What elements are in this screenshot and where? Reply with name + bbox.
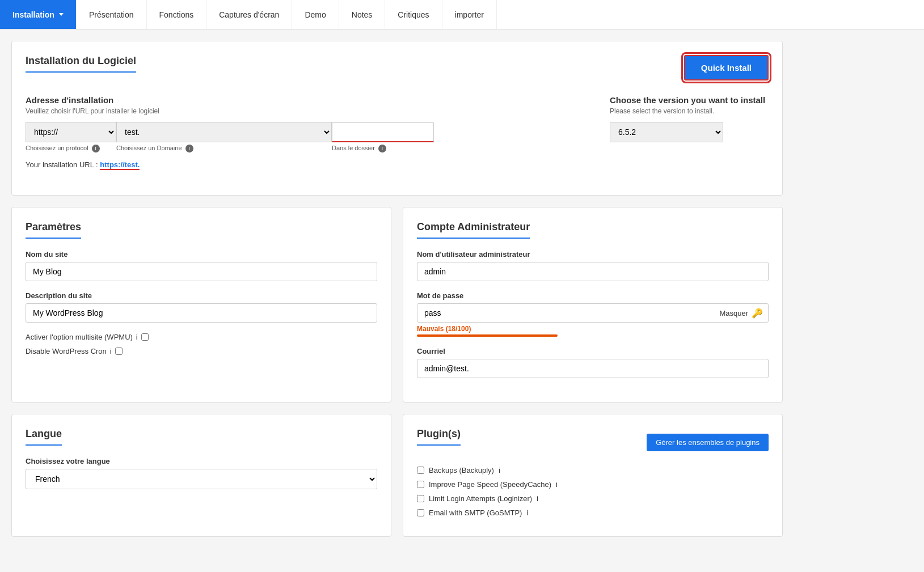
langue-select[interactable]: French English Spanish German	[26, 469, 377, 489]
list-item: Improve Page Speed (SpeedyCache) i	[417, 480, 769, 489]
wpmu-label: Activer l'option multisite (WPMU)	[26, 333, 133, 341]
site-desc-group: Description du site	[26, 291, 377, 323]
gosmtp-label: Email with SMTP (GoSMTP)	[429, 509, 522, 517]
nav-label-fonctions: Fonctions	[159, 10, 194, 19]
list-item: Backups (Backuply) i	[417, 466, 769, 474]
gosmtp-checkbox[interactable]	[417, 509, 424, 516]
key-icon[interactable]: 🔑	[752, 308, 763, 319]
backuply-checkbox[interactable]	[417, 467, 424, 474]
folder-input[interactable]	[332, 122, 434, 142]
domain-label: Choisissez un Domaine i	[116, 145, 332, 152]
top-navigation: Installation Présentation Fonctions Capt…	[0, 0, 924, 29]
langue-card: Langue Choisissez votre langue French En…	[11, 414, 391, 537]
installation-card: Installation du Logiciel Quick Install A…	[11, 41, 783, 196]
wpmu-row: Activer l'option multisite (WPMU) i	[26, 333, 377, 341]
email-input[interactable]	[417, 359, 769, 378]
site-name-label: Nom du site	[26, 250, 377, 259]
password-wrapper: Masquer 🔑	[417, 303, 769, 323]
site-desc-input[interactable]	[26, 303, 377, 323]
installation-url-value: https://test.	[100, 160, 140, 170]
nav-item-installation[interactable]: Installation	[0, 0, 77, 29]
site-name-input[interactable]	[26, 262, 377, 281]
loginizer-checkbox[interactable]	[417, 495, 424, 502]
plugins-header: Plugin(s) Gérer les ensembles de plugins	[417, 428, 769, 457]
url-row: https:// http:// Choisissez un protocol …	[26, 122, 587, 152]
plugins-card: Plugin(s) Gérer les ensembles de plugins…	[403, 414, 783, 537]
nav-item-notes[interactable]: Notes	[339, 0, 386, 29]
domain-select[interactable]: test.	[116, 122, 332, 142]
speedycache-info-icon[interactable]: i	[556, 480, 558, 489]
plugin-list: Backups (Backuply) i Improve Page Speed …	[417, 466, 769, 517]
email-label: Courriel	[417, 347, 769, 355]
nav-label-importer: importer	[455, 10, 484, 19]
cron-checkbox[interactable]	[115, 348, 123, 355]
nav-item-captures[interactable]: Captures d'écran	[206, 0, 292, 29]
address-section-label: Adresse d'installation	[26, 95, 587, 105]
admin-card: Compte Administrateur Nom d'utilisateur …	[403, 207, 783, 402]
nav-item-importer[interactable]: importer	[442, 0, 497, 29]
version-select[interactable]: 6.5.2 6.5.1 6.5.0 6.4.4	[610, 122, 723, 142]
protocol-select[interactable]: https:// http://	[26, 122, 116, 142]
plugins-title: Plugin(s)	[417, 428, 461, 446]
protocol-info-icon[interactable]: i	[92, 145, 100, 152]
backuply-info-icon[interactable]: i	[499, 466, 500, 474]
password-strength-bar	[417, 334, 558, 337]
cron-label: Disable WordPress Cron	[26, 347, 107, 355]
quick-install-button[interactable]: Quick Install	[684, 55, 769, 80]
username-label: Nom d'utilisateur administrateur	[417, 250, 769, 259]
speedycache-checkbox[interactable]	[417, 481, 424, 488]
protocol-label: Choisissez un protocol i	[26, 145, 116, 152]
loginizer-label: Limit Login Attempts (Loginizer)	[429, 494, 532, 503]
domain-field: test. Choisissez un Domaine i	[116, 122, 332, 152]
password-strength-label: Mauvais (18/100)	[417, 325, 769, 333]
folder-field: Dans le dossier i	[332, 122, 434, 152]
password-actions: Masquer 🔑	[719, 308, 763, 319]
loginizer-info-icon[interactable]: i	[537, 494, 538, 503]
email-group: Courriel	[417, 347, 769, 378]
address-section: Adresse d'installation Veuillez choisir …	[26, 95, 769, 170]
domain-info-icon[interactable]: i	[185, 145, 193, 152]
masquer-link[interactable]: Masquer	[719, 309, 748, 317]
installation-card-title: Installation du Logiciel	[26, 55, 136, 73]
password-label: Mot de passe	[417, 291, 769, 300]
list-item: Email with SMTP (GoSMTP) i	[417, 509, 769, 517]
parametres-title: Paramètres	[26, 221, 81, 239]
gosmtp-info-icon[interactable]: i	[526, 509, 528, 517]
bottom-two-col: Langue Choisissez votre langue French En…	[11, 414, 783, 548]
nav-item-demo[interactable]: Demo	[292, 0, 339, 29]
installation-card-header: Installation du Logiciel Quick Install	[26, 55, 769, 84]
nav-label-presentation: Présentation	[89, 10, 134, 19]
site-name-group: Nom du site	[26, 250, 377, 281]
parametres-card: Paramètres Nom du site Description du si…	[11, 207, 391, 402]
nav-label-installation: Installation	[12, 10, 54, 19]
nav-label-critiques: Critiques	[398, 10, 429, 19]
site-desc-label: Description du site	[26, 291, 377, 300]
version-section-sublabel: Please select the version to install.	[610, 107, 769, 115]
nav-label-captures: Captures d'écran	[219, 10, 279, 19]
speedycache-label: Improve Page Speed (SpeedyCache)	[429, 480, 551, 489]
folder-info-icon[interactable]: i	[378, 145, 386, 152]
version-section-label: Choose the version you want to install	[610, 95, 769, 105]
wpmu-info-icon[interactable]: i	[136, 333, 138, 341]
list-item: Limit Login Attempts (Loginizer) i	[417, 494, 769, 503]
two-col-layout: Paramètres Nom du site Description du si…	[11, 207, 783, 414]
main-content: Installation du Logiciel Quick Install A…	[0, 29, 794, 560]
wpmu-checkbox[interactable]	[141, 333, 149, 341]
manage-plugins-button[interactable]: Gérer les ensembles de plugins	[647, 434, 769, 451]
backuply-label: Backups (Backuply)	[429, 466, 494, 474]
nav-label-notes: Notes	[352, 10, 373, 19]
langue-label: Choisissez votre langue	[26, 457, 377, 465]
protocol-field: https:// http:// Choisissez un protocol …	[26, 122, 116, 152]
version-section: Choose the version you want to install P…	[610, 95, 769, 142]
cron-info-icon[interactable]: i	[110, 347, 112, 355]
nav-item-fonctions[interactable]: Fonctions	[147, 0, 207, 29]
installation-url-line: Your installation URL : https://test.	[26, 160, 587, 170]
dropdown-arrow-icon	[59, 13, 64, 16]
nav-item-critiques[interactable]: Critiques	[385, 0, 442, 29]
nav-item-presentation[interactable]: Présentation	[77, 0, 147, 29]
installation-title-section: Installation du Logiciel	[26, 55, 136, 84]
password-input[interactable]	[417, 303, 769, 323]
folder-label: Dans le dossier i	[332, 145, 434, 152]
username-input[interactable]	[417, 262, 769, 281]
username-group: Nom d'utilisateur administrateur	[417, 250, 769, 281]
